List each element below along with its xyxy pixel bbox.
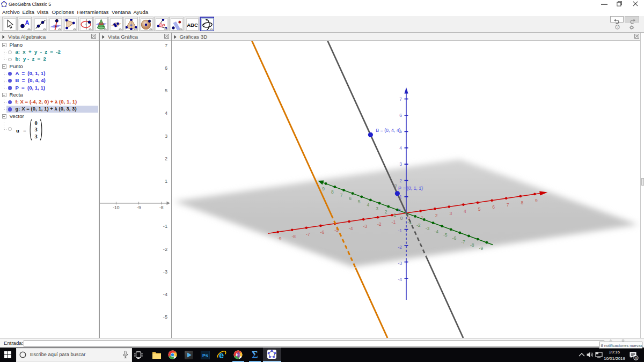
svg-text:-6: -6 [452,235,457,241]
svg-text:-6: -6 [320,230,325,235]
svg-text:-3: -3 [426,226,430,231]
svg-text:g: g [394,183,397,188]
svg-text:4: 4 [464,209,466,214]
svg-text:-9: -9 [479,246,484,251]
svg-text:4: 4 [367,202,370,208]
svg-text:3: 3 [165,134,167,139]
svg-text:Σ: Σ [252,350,258,360]
svg-text:-4: -4 [349,226,353,231]
svg-text:3: 3 [449,211,452,216]
svg-text:7: 7 [165,43,167,48]
svg-text:-10: -10 [113,205,120,210]
svg-text:?: ? [617,25,619,29]
svg-text:6: 6 [165,65,167,71]
svg-text:3: 3 [34,134,37,139]
svg-text:-8: -8 [159,205,164,210]
svg-text:0: 0 [400,216,403,221]
svg-text:0: 0 [398,208,401,213]
svg-text:4: 4 [165,110,167,116]
svg-text:-2: -2 [377,221,382,227]
svg-text:ABC: ABC [187,22,198,28]
svg-text:9: 9 [322,186,325,191]
svg-text:3: 3 [399,161,402,167]
svg-text:-9: -9 [277,236,282,241]
svg-text:A: A [25,19,30,26]
svg-text:-1: -1 [392,219,396,225]
svg-text:6: 6 [399,113,402,118]
svg-text:-3: -3 [163,269,167,275]
svg-text:-4: -4 [434,229,438,234]
svg-text:-8: -8 [291,234,296,239]
svg-text:-9: -9 [137,205,141,210]
svg-text:8: 8 [331,189,334,195]
svg-text:0: 0 [34,120,37,126]
svg-text:5: 5 [165,88,167,93]
svg-text:1: 1 [394,212,397,218]
svg-text:-7: -7 [461,239,465,245]
svg-text:3: 3 [34,127,37,132]
svg-text:2: 2 [385,209,387,215]
svg-text:-2: -2 [416,223,421,228]
svg-text:7: 7 [340,193,343,198]
svg-text:-8: -8 [470,242,474,248]
svg-text:-2: -2 [398,245,402,250]
svg-text:B = (0, 4, 4): B = (0, 4, 4) [376,128,400,133]
svg-text:-4: -4 [163,292,167,297]
svg-text:1: 1 [165,179,167,184]
svg-text:7: 7 [399,97,402,102]
svg-text:4: 4 [399,145,402,151]
svg-text:5: 5 [478,206,481,212]
svg-text:2: 2 [399,178,402,183]
svg-text:-7: -7 [306,232,310,237]
svg-text:5: 5 [358,199,361,204]
svg-text:2: 2 [435,213,438,218]
svg-text:-1: -1 [163,224,167,229]
svg-text:2: 2 [165,156,167,161]
svg-text:7: 7 [507,202,509,208]
svg-text:-4: -4 [398,277,402,282]
svg-text:-5: -5 [163,314,167,320]
svg-text:6: 6 [492,204,495,210]
svg-text:8: 8 [521,200,523,205]
svg-text:8: 8 [635,356,637,360]
svg-text:-5: -5 [443,232,448,238]
svg-text:6: 6 [349,196,352,201]
svg-text:9: 9 [535,198,538,203]
svg-text:-3: -3 [398,261,402,266]
svg-text:A = (0, 1, 1): A = (0, 1, 1) [399,185,424,190]
svg-text:-2: -2 [163,247,167,252]
svg-text:-3: -3 [363,224,367,229]
svg-text:-1: -1 [398,228,402,233]
svg-text:3: 3 [376,206,378,211]
svg-text:Ps: Ps [202,352,208,358]
